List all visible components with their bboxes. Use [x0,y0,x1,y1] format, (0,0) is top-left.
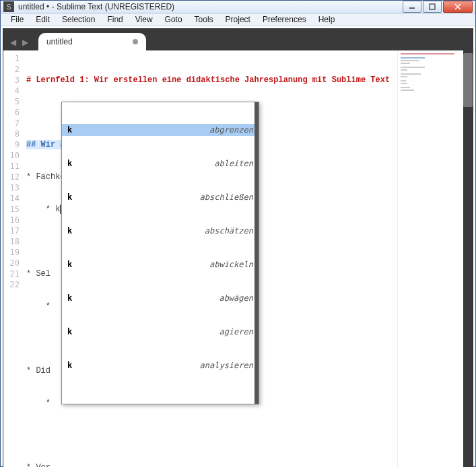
autocomplete-item[interactable]: k abschätzen [62,225,259,237]
tab-strip: ◀ ▶ untitled [3,29,473,50]
autocomplete-item[interactable]: k analysieren [62,359,259,371]
minimap[interactable] [397,50,463,467]
scrollbar-thumb[interactable] [463,53,473,107]
line-number: 13 [3,182,20,193]
autocomplete-item[interactable]: k abwägen [62,292,259,304]
dirty-indicator-icon [133,39,138,44]
line-number: 9 [3,139,20,150]
ac-trigger: k [67,124,72,135]
tab-prev-icon[interactable]: ◀ [7,37,18,48]
line-number: 1 [3,53,20,64]
minimize-button[interactable] [403,1,421,13]
menu-project[interactable]: Project [219,13,257,26]
line-number: 15 [3,204,20,215]
line-number: 16 [3,215,20,225]
autocomplete-item[interactable]: k abwickeln [62,258,259,271]
autocomplete-item[interactable]: k abgrenzen [62,124,259,136]
line-number: 20 [3,258,20,268]
line-number: 21 [3,268,20,279]
maximize-button[interactable] [423,1,442,13]
ac-hint: abschließen [200,192,253,203]
line-number: 6 [3,107,20,118]
line-number: 4 [3,85,20,96]
menu-view[interactable]: View [129,13,159,26]
autocomplete-scrollbar[interactable] [254,102,259,404]
ac-trigger: k [67,225,72,236]
line-number: 8 [3,129,20,139]
line-number: 18 [3,236,20,247]
window-title: untitled • - Sublime Text (UNREGISTERED) [18,2,401,11]
ac-trigger: k [67,259,72,270]
code-line [26,430,397,441]
line-number: 11 [3,161,20,172]
line-number: 17 [3,225,20,236]
code-editor[interactable]: # Lernfeld 1: Wir erstellen eine didakti… [26,50,397,467]
line-number: 19 [3,247,20,258]
line-number: 14 [3,193,20,204]
menu-help[interactable]: Help [312,13,341,26]
autocomplete-item[interactable]: k abschließen [62,191,259,203]
ac-hint: agieren [219,326,253,337]
menu-selection[interactable]: Selection [56,13,101,26]
menu-edit[interactable]: Edit [30,13,56,26]
tab-next-icon[interactable]: ▶ [20,37,30,48]
line-number: 5 [3,96,20,107]
title-bar: S untitled • - Sublime Text (UNREGISTERE… [1,1,475,13]
app-icon: S [3,1,14,12]
menu-goto[interactable]: Goto [159,13,189,26]
menu-bar: File Edit Selection Find View Goto Tools… [1,13,475,26]
line-number: 12 [3,172,20,182]
autocomplete-item[interactable]: k ableiten [62,157,259,170]
line-number: 22 [3,279,20,290]
menu-find[interactable]: Find [101,13,129,26]
tab-nav: ◀ ▶ [7,37,30,50]
menu-preferences[interactable]: Preferences [257,13,312,26]
line-gutter: 1 2 3 4 5 6 7 8 9 10 11 12 13 14 15 16 1… [3,50,26,467]
ac-trigger: k [67,360,72,371]
code-line: * Ver [26,462,397,467]
window-controls [401,1,473,13]
ac-hint: ableiten [214,158,253,169]
ac-trigger: k [67,158,72,169]
close-button[interactable] [443,1,473,13]
vertical-scrollbar[interactable] [463,50,473,467]
autocomplete-popup[interactable]: k abgrenzen k ableiten k abschließen k a… [61,102,259,404]
ac-hint: abwickeln [209,259,253,270]
ac-hint: analysieren [200,360,253,371]
client-area: ◀ ▶ untitled 1 2 3 4 5 6 7 8 9 10 11 [3,28,473,467]
svg-rect-1 [430,4,435,9]
line-number: 7 [3,118,20,129]
line-number: 3 [3,75,20,85]
menu-tools[interactable]: Tools [189,13,219,26]
app-window: S untitled • - Sublime Text (UNREGISTERE… [0,0,476,467]
autocomplete-item[interactable]: k agieren [62,326,259,338]
line-number: 10 [3,150,20,161]
ac-hint: abgrenzen [209,124,253,135]
ac-hint: abwägen [219,293,253,303]
line-number: 2 [3,64,20,75]
editor-area: 1 2 3 4 5 6 7 8 9 10 11 12 13 14 15 16 1… [3,50,473,467]
tab-untitled[interactable]: untitled [38,33,146,50]
code-line: * k [26,205,60,214]
menu-file[interactable]: File [5,13,30,26]
ac-trigger: k [67,192,72,203]
ac-trigger: k [67,293,72,303]
tab-label: untitled [46,37,73,46]
code-line: # Lernfeld 1: Wir erstellen eine didakti… [26,75,390,85]
ac-trigger: k [67,326,72,337]
ac-hint: abschätzen [205,225,253,236]
